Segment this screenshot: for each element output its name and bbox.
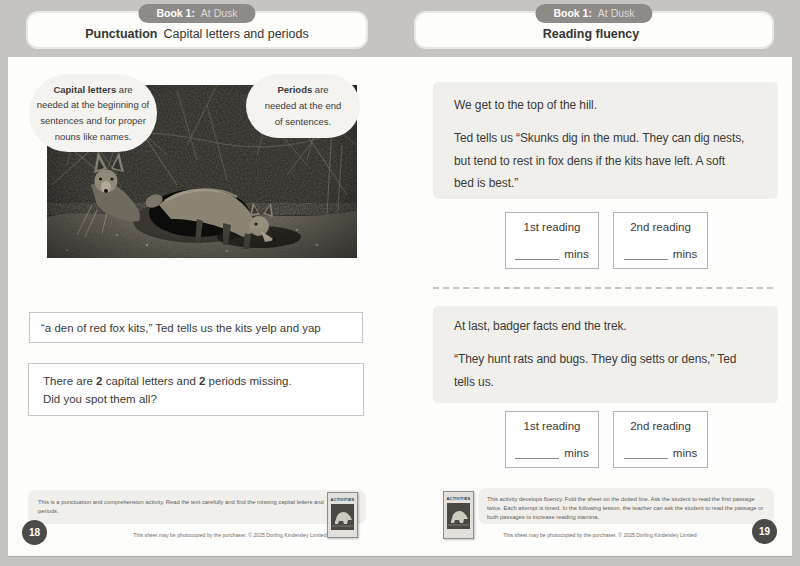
minutes-blank [515,247,559,260]
left-title-topic: Punctuation [85,27,157,41]
right-page-title: Reading fluency [543,27,646,41]
thumbnail-title: ACTIVITIES [444,496,473,501]
left-page-title: PunctuationCapital letters and periods [85,27,308,41]
hint-line-2: Did you spot them all? [43,390,363,408]
mins-label: mins [564,447,588,459]
left-title-subtitle: Capital letters and periods [163,27,308,41]
capital-letters-bubble: Capital letters are needed at the beginn… [29,74,157,152]
bubble-bold-term: Periods [277,84,312,95]
workbook-spread: Book 1: At Dusk PunctuationCapital lette… [0,0,800,566]
exercise-sentence-box: “a den of red fox kits,” Ted tells us th… [29,312,363,343]
book-tab-title: At Dusk [201,7,238,19]
book-tab-bold: Book 1: [553,7,592,19]
hint-box: There are 2 capital letters and 2 period… [28,363,364,416]
passage-2-panel: At last, badger facts end the trek. “The… [433,306,778,403]
left-copyright-line: This sheet may be photocopied by the pur… [95,532,365,538]
reading-time-box-1st: 1st reading mins [505,411,599,468]
reading-time-box-1st: 1st reading mins [505,212,599,269]
reading-time-box-2nd: 2nd reading mins [613,411,708,468]
periods-bubble: Periods are needed at the end of sentenc… [246,74,360,138]
minutes-blank [624,247,668,260]
mins-label: mins [673,248,697,260]
fold-dashed-line [433,287,773,289]
exercise-sentence: “a den of red fox kits,” Ted tells us th… [41,322,321,334]
right-book-tab: Book 1: At Dusk [535,4,652,23]
thumbnail-cover-photo [331,504,354,530]
thumbnail-cover-photo [447,503,470,529]
book-tab-bold: Book 1: [156,7,195,19]
minutes-blank [515,446,559,459]
passage-1-opening: We get to the top of the hill. [454,98,778,112]
mins-label: mins [564,248,588,260]
right-teacher-note: This activity develops fluency. Fold the… [478,488,774,524]
mins-label: mins [673,447,697,459]
reading-time-box-2nd: 2nd reading mins [613,212,708,269]
minutes-blank [624,446,668,459]
thumbnail-title: ACTIVITIES [328,497,357,502]
bubble-bold-term: Capital letters [53,84,116,95]
passage-1-panel: We get to the top of the hill. Ted tells… [433,82,778,199]
left-page-header: Book 1: At Dusk PunctuationCapital lette… [26,11,368,49]
right-page-number: 19 [752,519,777,544]
passage-2-opening: At last, badger facts end the trek. [454,319,778,333]
right-page-header: Book 1: At Dusk Reading fluency [414,11,774,49]
right-copyright-line: This sheet may be photocopied by the pur… [470,532,730,538]
hint-line-1: There are 2 capital letters and 2 period… [43,372,363,390]
left-book-tab: Book 1: At Dusk [138,4,255,23]
left-page-number: 18 [22,520,47,545]
left-teacher-note: This is a punctuation and comprehension … [28,490,366,524]
right-title-topic: Reading fluency [543,27,640,41]
book-tab-title: At Dusk [598,7,635,19]
